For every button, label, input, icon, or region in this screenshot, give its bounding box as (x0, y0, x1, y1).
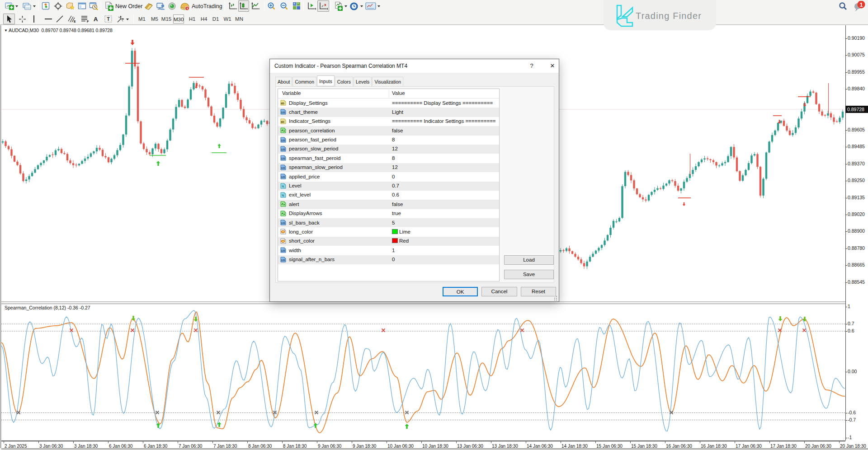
svg-text:½: ½ (282, 184, 284, 188)
svg-text:T: T (107, 17, 109, 22)
svg-text:123: 123 (281, 157, 285, 160)
svg-text:E: E (74, 20, 76, 23)
svg-text:123: 123 (281, 166, 285, 169)
svg-text:ab: ab (281, 120, 284, 123)
svg-text:123: 123 (281, 249, 285, 252)
svg-text:123: 123 (281, 148, 285, 150)
svg-text:½: ½ (282, 193, 284, 197)
svg-text:123: 123 (281, 176, 285, 178)
svg-text:123: 123 (281, 139, 285, 141)
svg-text:123: 123 (281, 111, 285, 114)
svg-text:1: 1 (860, 2, 863, 8)
svg-text:123: 123 (281, 222, 285, 225)
svg-text:ab: ab (281, 102, 284, 105)
svg-text:123: 123 (281, 258, 285, 261)
svg-text:F: F (87, 20, 89, 23)
